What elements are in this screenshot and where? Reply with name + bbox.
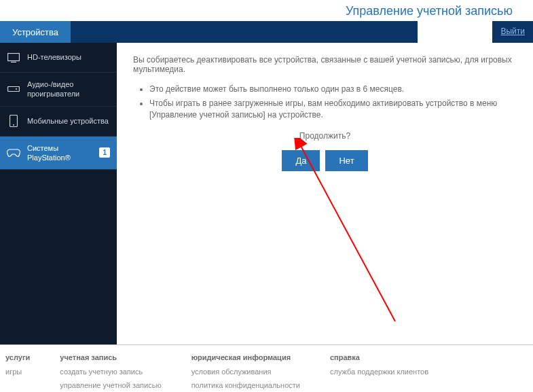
sidebar-item-av-players[interactable]: Аудио-/видео проигрыватели [0,73,117,107]
confirm-buttons: Да Нет [133,150,517,171]
svg-rect-2 [8,87,20,92]
yes-button[interactable]: Да [282,150,320,171]
footer-link[interactable]: управление учетной записью [60,380,161,390]
topbar-spacer [71,21,418,43]
svg-rect-0 [8,53,20,60]
no-button[interactable]: Нет [325,150,367,171]
footer-col-legal: юридическая информация условия обслужива… [191,353,300,392]
page-title: Управление учетной записью [346,4,513,18]
svg-point-5 [13,124,14,126]
tv-icon [7,53,20,63]
footer-link[interactable]: служба поддержки клиентов [330,367,428,376]
sidebar: HD-телевизоры Аудио-/видео проигрыватели… [0,43,117,344]
mobile-icon [7,115,20,127]
sidebar-item-label: HD-телевизоры [27,52,110,62]
footer-col-services: услуги игры [5,353,30,392]
footer: услуги игры учетная запись создать учетн… [0,344,533,392]
topbar: Устройства Выйти [0,21,533,43]
content: Вы собираетесь деактивировать все устрой… [117,43,533,344]
tab-devices[interactable]: Устройства [0,21,71,43]
footer-link[interactable]: игры [5,367,30,376]
footer-col-help: справка служба поддержки клиентов [330,353,428,392]
footer-heading: учетная запись [60,353,161,361]
sidebar-item-mobile[interactable]: Мобильные устройства [0,107,117,137]
footer-link[interactable]: создать учетную запись [60,367,161,376]
sidebar-item-label: Аудио-/видео проигрыватели [27,79,110,99]
footer-link[interactable]: условия обслуживания [191,367,300,376]
sidebar-item-label: Мобильные устройства [27,116,110,126]
deactivate-message: Вы собираетесь деактивировать все устрой… [133,55,517,74]
main: HD-телевизоры Аудио-/видео проигрыватели… [0,43,533,344]
info-item: Это действие может быть выполнено только… [149,84,517,95]
sidebar-item-label: Системы PlayStation® [27,143,92,163]
sidebar-item-hd-tv[interactable]: HD-телевизоры [0,43,117,73]
sidebar-item-playstation[interactable]: Системы PlayStation® 1 [0,137,117,171]
device-count-badge: 1 [99,147,110,158]
topbar-right: Выйти [418,21,533,43]
footer-link[interactable]: политика конфиденциальности [191,380,300,390]
info-list: Это действие может быть выполнено только… [133,84,517,120]
info-item: Чтобы играть в ранее загруженные игры, в… [149,98,517,121]
confirm-prompt: Продолжить? [133,131,517,141]
player-icon [7,86,20,92]
search-input[interactable] [418,21,492,43]
footer-heading: справка [330,353,428,361]
footer-heading: юридическая информация [191,353,300,361]
svg-point-3 [16,88,17,90]
footer-heading: услуги [5,353,30,361]
page-header: Управление учетной записью [0,0,533,21]
footer-col-account: учетная запись создать учетную запись уп… [60,353,161,392]
logout-link[interactable]: Выйти [492,21,533,43]
tab-label: Устройства [12,27,58,37]
controller-icon [7,148,20,158]
